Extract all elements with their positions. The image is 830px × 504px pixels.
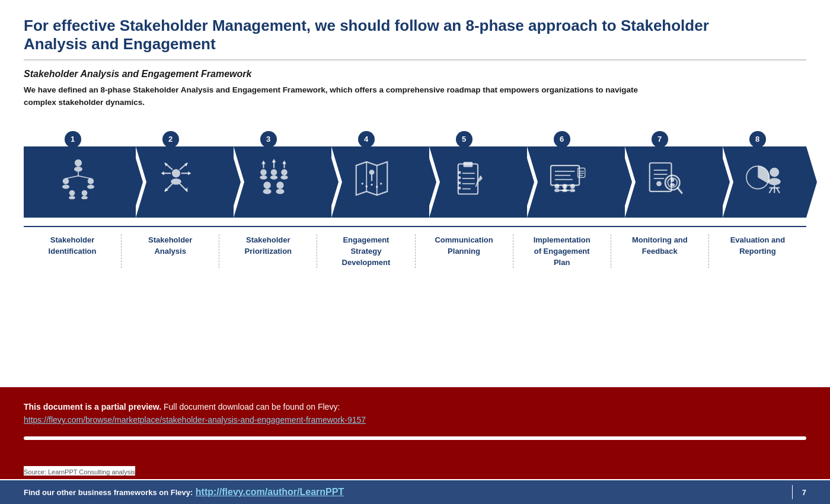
main-content: For effective Stakeholder Management, we… [0, 0, 830, 109]
footer-label: Find our other business frameworks on Fl… [24, 488, 193, 497]
svg-point-38 [280, 176, 288, 180]
svg-marker-30 [272, 159, 276, 162]
svg-line-7 [66, 176, 78, 178]
phase-arrow-1 [24, 146, 132, 218]
svg-point-36 [270, 176, 277, 180]
progress-bar [24, 436, 806, 440]
svg-point-3 [62, 184, 69, 189]
phase-number-wrap-7: 7 [611, 131, 708, 148]
label-3: Stakeholder Prioritization [219, 234, 317, 268]
svg-marker-20 [161, 171, 164, 176]
phase-number-7: 7 [652, 131, 668, 148]
phase-icon-8 [742, 158, 784, 206]
svg-point-50 [371, 184, 373, 186]
svg-point-76 [570, 184, 574, 189]
svg-point-51 [376, 186, 378, 188]
phase-number-wrap-5: 5 [415, 131, 513, 148]
red-banner: This document is a partial preview. Full… [0, 387, 830, 479]
svg-point-75 [562, 189, 567, 192]
red-banner-link[interactable]: https://flevy.com/browse/marketplace/sta… [24, 415, 366, 425]
framework-subtitle: Stakeholder Analysis and Engagement Fram… [24, 69, 806, 79]
phase-icon-1 [58, 158, 99, 206]
svg-line-65 [475, 184, 477, 187]
phase-icon-5 [449, 158, 490, 206]
phase-number-wrap-8: 8 [708, 131, 806, 148]
svg-point-4 [87, 178, 94, 184]
svg-marker-28 [261, 160, 266, 164]
phase-numbers-row: 1 2 3 4 5 6 7 8 [24, 126, 806, 148]
label-5: Communication Planning [416, 234, 513, 268]
svg-point-42 [276, 189, 284, 194]
svg-point-10 [69, 196, 75, 199]
svg-point-12 [81, 196, 88, 199]
framework-description: We have defined an 8-phase Stakeholder A… [24, 84, 646, 109]
phase-number-wrap-1: 1 [24, 131, 122, 148]
red-banner-text: This document is a partial preview. Full… [24, 400, 806, 427]
phase-number-2: 2 [162, 131, 179, 148]
svg-point-33 [260, 169, 267, 176]
svg-rect-60 [458, 176, 460, 178]
svg-point-77 [570, 189, 575, 192]
title-divider [24, 59, 806, 60]
svg-point-1 [74, 167, 82, 172]
svg-point-91 [670, 183, 675, 186]
phase-number-4: 4 [358, 131, 375, 148]
label-1: Stakeholder Identification [24, 234, 122, 268]
label-2: Stakeholder Analysis [122, 234, 219, 268]
footer-right: 7 [780, 485, 806, 499]
footer-link[interactable]: http://flevy.com/author/LearnPPT [196, 487, 344, 497]
svg-point-48 [361, 183, 363, 185]
svg-marker-32 [282, 160, 286, 164]
svg-point-37 [281, 169, 288, 176]
phase-number-wrap-6: 6 [513, 131, 611, 148]
svg-point-74 [562, 184, 567, 189]
phase-icon-6 [547, 158, 588, 206]
svg-point-5 [87, 184, 94, 189]
phase-number-wrap-3: 3 [219, 131, 317, 148]
phase-icon-4 [351, 158, 392, 206]
phase-number-3: 3 [260, 131, 277, 148]
svg-rect-61 [458, 181, 460, 184]
footer-text-wrap: Find our other business frameworks on Fl… [24, 487, 344, 497]
label-7: Monitoring and Feedback [611, 234, 709, 268]
svg-marker-22 [188, 171, 190, 176]
svg-point-0 [74, 160, 81, 167]
svg-line-98 [776, 188, 779, 193]
svg-point-40 [263, 189, 271, 194]
svg-point-34 [260, 176, 267, 180]
label-8: Evaluation and Reporting [709, 234, 806, 268]
svg-point-2 [62, 178, 69, 184]
svg-point-41 [276, 181, 283, 189]
svg-point-13 [172, 169, 180, 177]
phase-icon-2 [155, 158, 197, 206]
label-6: Implementation of Engagement Plan [513, 234, 611, 268]
svg-point-90 [671, 178, 674, 181]
phase-icon-3 [253, 158, 295, 206]
source-line: Source: LearnPPT Consulting analysis [24, 466, 135, 476]
phase-number-1: 1 [65, 131, 81, 148]
footer-divider [792, 485, 793, 499]
page-title: For effective Stakeholder Management, we… [24, 17, 735, 53]
svg-point-11 [81, 190, 87, 196]
svg-point-86 [656, 181, 662, 186]
svg-point-52 [380, 183, 382, 185]
svg-point-72 [554, 184, 559, 189]
svg-point-93 [770, 168, 779, 177]
phase-number-8: 8 [749, 131, 766, 148]
phase-number-5: 5 [456, 131, 473, 148]
svg-point-46 [369, 170, 374, 175]
svg-point-39 [263, 181, 270, 189]
svg-rect-62 [458, 187, 460, 189]
svg-line-8 [78, 176, 91, 178]
svg-line-89 [678, 188, 682, 193]
phase-number-wrap-4: 4 [317, 131, 415, 148]
label-4: Engagement Strategy Development [317, 234, 415, 268]
phase-icon-7 [644, 158, 686, 206]
labels-row: Stakeholder Identification Stakeholder A… [24, 226, 806, 268]
phase-number-wrap-2: 2 [122, 131, 219, 148]
arrows-row [24, 146, 806, 218]
footer: Find our other business frameworks on Fl… [0, 480, 830, 504]
svg-point-73 [554, 189, 560, 192]
svg-point-49 [365, 185, 368, 187]
phase-number-6: 6 [554, 131, 570, 148]
